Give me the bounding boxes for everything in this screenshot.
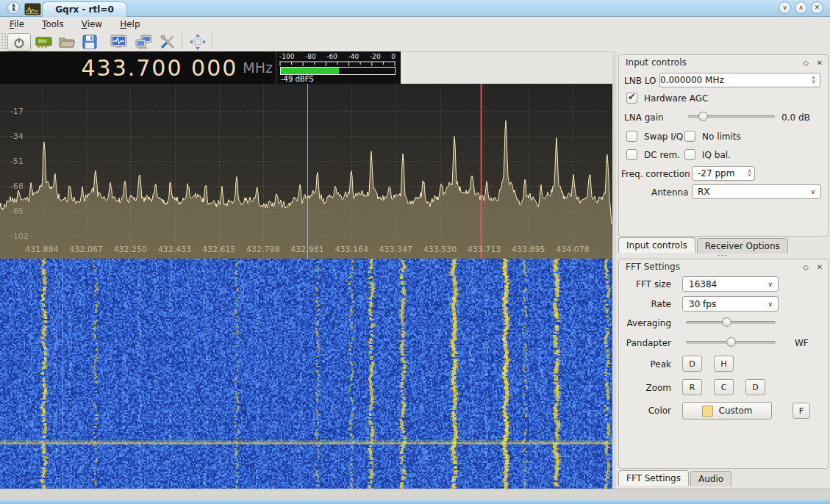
frequency-display[interactable]: 433.700 000 MHz xyxy=(0,51,276,84)
fft-size-label: FFT size xyxy=(620,279,671,289)
close-icon: ✕ xyxy=(815,4,820,11)
fullscreen-button[interactable]: F xyxy=(793,403,810,419)
peak-h-button[interactable]: H xyxy=(714,356,734,372)
spinbox-arrows-icon[interactable]: ∧∨ xyxy=(812,76,818,84)
db-axis-label: -34 xyxy=(10,132,24,141)
freq-axis-label: 432.067 xyxy=(69,245,103,254)
float-icon: ◇ xyxy=(803,59,809,67)
dock-float-button[interactable]: ◇ xyxy=(801,262,811,272)
no-limits-checkbox[interactable] xyxy=(684,131,695,142)
fft-settings-title: FFT Settings xyxy=(626,262,680,272)
bottom-tab-audio[interactable]: Audio xyxy=(690,471,731,486)
maximize-button[interactable]: ∧ xyxy=(795,1,807,14)
shade-button[interactable]: ∧∧ xyxy=(7,1,20,14)
lna-gain-label: LNA gain xyxy=(624,112,664,123)
waterfall-canvas[interactable] xyxy=(0,259,612,489)
pandapter-wf-slider[interactable] xyxy=(686,337,776,347)
freq-axis-label: 433.530 xyxy=(423,245,457,254)
color-custom-button[interactable]: Custom xyxy=(682,402,772,420)
spectrum-plot[interactable]: -17-34-51-68-85-102 431.884432.067432.25… xyxy=(0,84,612,259)
top-tab-receiver-options[interactable]: Receiver Options xyxy=(697,238,788,253)
peak-d-button[interactable]: D xyxy=(682,356,702,372)
bottom-tab-fft-settings[interactable]: FFT Settings xyxy=(618,470,689,486)
rate-combobox[interactable]: 30 fps ∨ xyxy=(682,296,779,312)
freq-axis-label: 433.713 xyxy=(468,245,501,254)
top-tab-input-controls[interactable]: Input controls xyxy=(618,237,695,253)
frequency-unit: MHz xyxy=(243,60,273,76)
pan-arrows-icon xyxy=(189,33,207,51)
color-button-label: Custom xyxy=(719,406,753,416)
open-folder-icon xyxy=(59,35,75,48)
meter-tick-label: -40 xyxy=(348,53,359,60)
minimize-button[interactable]: ∨ xyxy=(779,1,791,14)
power-button[interactable] xyxy=(7,33,31,51)
lnb-lo-label: LNB LO xyxy=(624,76,656,86)
waterfall-display[interactable] xyxy=(0,259,612,489)
fft-size-combobox[interactable]: 16384 ∨ xyxy=(682,276,779,292)
chevron-up-icon: ∧ xyxy=(798,4,804,11)
swap-iq-checkbox[interactable] xyxy=(626,131,637,142)
frequency-value[interactable]: 433.700 000 xyxy=(81,55,237,81)
lnb-lo-value: 0.000000 MHz xyxy=(660,75,724,85)
meter-ruler xyxy=(279,61,396,66)
freq-axis-label: 432.250 xyxy=(114,245,148,254)
dock-splitter-handle[interactable] xyxy=(717,254,729,256)
dsp-waveform-icon xyxy=(110,35,127,49)
iq-bal-checkbox[interactable] xyxy=(684,149,695,160)
fft-size-value: 16384 xyxy=(689,279,717,289)
open-file-button[interactable] xyxy=(58,34,76,50)
save-floppy-icon xyxy=(82,35,97,49)
zoom-r-button[interactable]: R xyxy=(682,379,702,395)
remote-control-button[interactable] xyxy=(135,34,153,50)
dock-float-button[interactable]: ◇ xyxy=(801,57,811,68)
start-dsp-button[interactable] xyxy=(110,34,127,50)
freq-correction-spinbox[interactable]: -27 ppm ∧∨ xyxy=(692,166,755,181)
crossed-tools-icon xyxy=(160,34,176,50)
freq-axis-label: 433.347 xyxy=(379,245,413,254)
hardware-agc-label: Hardware AGC xyxy=(644,93,708,104)
averaging-slider[interactable] xyxy=(686,317,776,327)
lna-gain-slider[interactable] xyxy=(688,112,775,121)
wf-label: WF xyxy=(795,338,809,348)
chevron-down-icon: ∨ xyxy=(782,4,787,11)
save-file-button[interactable] xyxy=(81,34,99,50)
dc-rem-checkbox[interactable] xyxy=(626,149,637,160)
freq-correction-value: -27 ppm xyxy=(698,168,734,179)
meter-tick-label: -60 xyxy=(326,53,337,60)
top-dock-tabbar: Input controlsReceiver Options xyxy=(618,238,788,253)
menu-item-tools[interactable]: Tools xyxy=(38,18,68,30)
close-button[interactable]: ✕ xyxy=(811,1,823,14)
swap-iq-label: Swap I/Q xyxy=(644,132,683,142)
gqrx-app-icon xyxy=(24,3,41,15)
antenna-label: Antenna xyxy=(651,187,688,198)
freq-axis-label: 432.798 xyxy=(246,245,280,254)
menu-item-file[interactable]: File xyxy=(6,18,28,30)
window-title: Gqrx - rtl=0 xyxy=(55,4,114,15)
settings-tools-button[interactable] xyxy=(159,34,176,50)
spinbox-arrows-icon[interactable]: ∧∨ xyxy=(748,170,754,177)
window-title-tab[interactable]: Gqrx - rtl=0 xyxy=(42,1,127,17)
dock-close-button[interactable]: ✕ xyxy=(815,262,825,272)
zoom-c-button[interactable]: C xyxy=(714,379,734,395)
input-controls-title: Input controls xyxy=(626,57,687,68)
averaging-label: Averaging xyxy=(620,318,671,328)
menubar: FileToolsViewHelp xyxy=(0,17,830,31)
configure-io-devices-button[interactable]: 10.0 xyxy=(35,34,52,50)
spectrum-canvas[interactable] xyxy=(0,84,612,259)
freq-axis-label: 432.981 xyxy=(290,245,324,254)
antenna-combobox[interactable]: RX ∨ xyxy=(692,184,821,199)
menu-item-help[interactable]: Help xyxy=(116,18,143,30)
toolbar-drag-handle[interactable] xyxy=(1,32,6,50)
zoom-d-button[interactable]: D xyxy=(745,379,765,395)
tuner-card-icon: 10.0 xyxy=(35,35,52,48)
hardware-agc-checkbox[interactable] xyxy=(626,93,637,104)
pan-view-button[interactable] xyxy=(189,34,207,50)
bottom-dock-tabbar: FFT SettingsAudio xyxy=(618,471,731,486)
toolbar-separator xyxy=(212,33,212,49)
rate-label: Rate xyxy=(620,299,671,309)
lnb-lo-spinbox[interactable]: 0.000000 MHz ∧∨ xyxy=(659,73,820,87)
menu-item-view[interactable]: View xyxy=(78,18,106,30)
double-chevron-up-icon: ∧∧ xyxy=(11,4,16,11)
dock-close-button[interactable]: ✕ xyxy=(815,57,825,68)
color-label: Color xyxy=(620,406,671,416)
